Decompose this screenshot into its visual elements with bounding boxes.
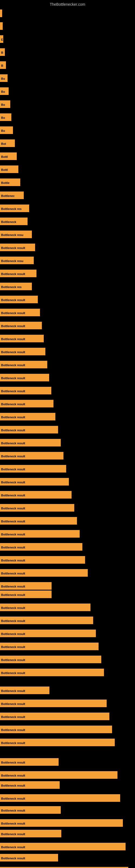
bar-label: Bottleneck result bbox=[0, 819, 123, 827]
bar-label: Bottleneck result bbox=[0, 426, 58, 433]
bar-label: Bottleneck result bbox=[0, 452, 63, 460]
bar-label: Bottlenec bbox=[0, 191, 24, 199]
bar-label: E bbox=[0, 35, 3, 43]
bar-label: Bottleneck result bbox=[0, 504, 74, 512]
bar-item: Bottleneck resu bbox=[0, 230, 32, 238]
bar-item: Bottleneck result bbox=[0, 309, 40, 316]
bar-label: Bottleneck result bbox=[0, 335, 44, 342]
bar-label: Bo bbox=[0, 74, 8, 82]
bar-item: Bottleneck result bbox=[0, 296, 38, 303]
bar-item: E bbox=[0, 35, 3, 43]
bar-item: Bottleneck result bbox=[0, 452, 63, 460]
bar-item: Bottleneck result bbox=[0, 725, 112, 733]
bar-item: Bottleneck result bbox=[0, 758, 58, 766]
bar-label bbox=[0, 22, 3, 30]
bar-label: Bottleneck result bbox=[0, 669, 104, 676]
bar-label: Bottleneck result bbox=[0, 439, 61, 446]
bar-item: Bottleneck result bbox=[0, 643, 98, 650]
bar-item: Bottleneck result bbox=[0, 426, 58, 433]
bar-item: Bottleneck result bbox=[0, 387, 51, 394]
bar-label: Bottleneck result bbox=[0, 478, 69, 486]
bar-label: Bottleneck result bbox=[0, 374, 49, 381]
bar-label: Bo bbox=[0, 87, 9, 95]
bar-item: Bottleneck result bbox=[0, 400, 53, 407]
bar-label: Bottleneck result bbox=[0, 700, 107, 707]
bar-item: Bottleneck result bbox=[0, 819, 123, 827]
bar-label: Bottleneck result bbox=[0, 617, 93, 624]
bar-item: Bottleneck result bbox=[0, 517, 77, 525]
bar-label: Bottleneck result bbox=[0, 771, 118, 779]
bar-label: Bottleneck result bbox=[0, 656, 101, 663]
bar-label: Bot bbox=[0, 140, 15, 147]
bar-label: Bottleneck result bbox=[0, 348, 45, 355]
bar-label: Bottl bbox=[0, 152, 17, 160]
bar-item: Bottleneck result bbox=[0, 543, 82, 551]
bar-label: Bottleneck result bbox=[0, 867, 128, 868]
bar-item: Bottleneck result bbox=[0, 465, 66, 472]
bar-label: Bottleneck result bbox=[0, 758, 58, 766]
bar-item: Bottlenec bbox=[0, 191, 24, 199]
bar-item: Bo bbox=[0, 87, 9, 95]
bar-item: Bottleneck res bbox=[0, 283, 32, 290]
bar-label: Bottleneck resu bbox=[0, 257, 34, 264]
bar-label: Bottle bbox=[0, 179, 20, 186]
bar-label: Bottleneck result bbox=[0, 686, 49, 694]
bar-item bbox=[0, 22, 3, 30]
bar-label: Bottleneck result bbox=[0, 854, 58, 862]
bar-item: Bottl bbox=[0, 165, 18, 173]
bar-item bbox=[0, 9, 2, 17]
bar-label: Bottleneck result bbox=[0, 413, 55, 421]
bar-item: Bottleneck result bbox=[0, 478, 69, 486]
bar-item: Bottleneck result bbox=[0, 530, 80, 538]
bar-label: Bottleneck result bbox=[0, 530, 80, 538]
bar-label: Bottleneck result bbox=[0, 361, 47, 368]
bar-label: Bottleneck resu bbox=[0, 230, 32, 238]
bar-item: Bottleneck res bbox=[0, 205, 29, 212]
bar-label: Bo bbox=[0, 126, 13, 134]
bar-item: Bottleneck result bbox=[0, 843, 126, 850]
bar-item: Bottleneck result bbox=[0, 582, 52, 590]
bar-label: Bottleneck result bbox=[0, 556, 85, 564]
bar-item: Bottleneck result bbox=[0, 794, 120, 802]
bar-label: Bottleneck result bbox=[0, 465, 66, 472]
bar-label: Bottleneck result bbox=[0, 713, 109, 720]
bar-item: Bottleneck result bbox=[0, 629, 96, 637]
bar-item: Bottleneck bbox=[0, 218, 28, 225]
bar-label: Bottleneck result bbox=[0, 387, 51, 394]
bar-label: Bottl bbox=[0, 165, 18, 173]
bar-item: Bottleneck result bbox=[0, 491, 72, 499]
bar-label: Bottleneck result bbox=[0, 296, 38, 303]
bar-item: Bottleneck resu bbox=[0, 257, 34, 264]
bar-item: Bot bbox=[0, 140, 15, 147]
bar-label: Bottleneck result bbox=[0, 569, 88, 577]
bar-label: Bottleneck result bbox=[0, 629, 96, 637]
bar-label: Bottleneck result bbox=[0, 244, 35, 251]
bar-label: Bo bbox=[0, 113, 11, 121]
bar-item: Bottleneck result bbox=[0, 244, 35, 251]
bar-item: Bottleneck result bbox=[0, 439, 61, 446]
bar-item: Bottleneck result bbox=[0, 686, 49, 694]
bar-item: Bottleneck result bbox=[0, 348, 45, 355]
bar-item: Bottleneck result bbox=[0, 669, 104, 676]
bar-label: Bottleneck res bbox=[0, 283, 32, 290]
bar-item: Bo bbox=[0, 113, 11, 121]
site-title: TheBottlenecker.com bbox=[0, 0, 135, 8]
bar-label: Bottleneck result bbox=[0, 491, 72, 499]
bar-label: Bottleneck result bbox=[0, 590, 52, 598]
bar-label: Bottleneck result bbox=[0, 322, 42, 329]
bar-label: Bottleneck result bbox=[0, 517, 77, 525]
bar-label: B bbox=[0, 48, 5, 56]
bar-item: Bottleneck result bbox=[0, 781, 60, 789]
bar-label: Bottleneck result bbox=[0, 270, 37, 277]
bar-label: B bbox=[0, 61, 6, 69]
bar-label: Bottleneck result bbox=[0, 843, 126, 850]
bar-label: Bottleneck result bbox=[0, 781, 60, 789]
bar-label: Bottleneck result bbox=[0, 794, 120, 802]
bar-label: Bottleneck result bbox=[0, 739, 115, 746]
bar-item: Bo bbox=[0, 126, 13, 134]
bar-label: Bottleneck result bbox=[0, 830, 61, 837]
bar-item: Bottleneck result bbox=[0, 700, 107, 707]
bar-label: Bottleneck result bbox=[0, 309, 40, 316]
bar-item: Bo bbox=[0, 100, 10, 108]
bar-item: Bottleneck result bbox=[0, 361, 47, 368]
